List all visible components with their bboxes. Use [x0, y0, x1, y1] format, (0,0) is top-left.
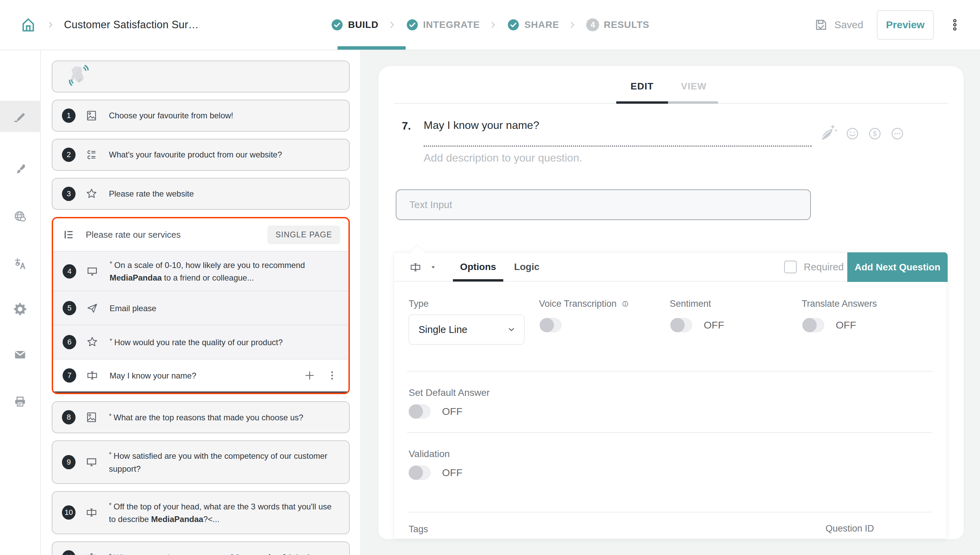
- add-next-question-button[interactable]: Add Next Question: [847, 252, 948, 282]
- question-card-4[interactable]: 4*On a scale of 0-10, how likely are you…: [53, 251, 349, 291]
- tab-view[interactable]: VIEW: [668, 81, 720, 92]
- home-icon[interactable]: [19, 16, 37, 34]
- description-placeholder[interactable]: Add description to your question.: [424, 152, 582, 164]
- monitor-icon: [85, 456, 98, 468]
- type-select[interactable]: Single Line: [409, 314, 524, 345]
- editor-card: EDIT VIEW 7. May I know your name? $ Add…: [378, 66, 964, 539]
- workflow-steps: BUILDINTEGRATESHARE4RESULTS: [331, 0, 650, 50]
- emoji-icon[interactable]: [845, 126, 860, 141]
- sidebar-item-edit[interactable]: [0, 101, 40, 132]
- question-text: *Off the top of your head, what are the …: [109, 500, 340, 525]
- step-check-icon: [406, 18, 419, 31]
- question-card-7[interactable]: 7May I know your name?: [53, 359, 349, 393]
- group-header[interactable]: Please rate our servicesSINGLE PAGE: [53, 218, 349, 251]
- question-card-8[interactable]: 8*What are the top reasons that made you…: [52, 401, 350, 433]
- add-question-icon[interactable]: [303, 369, 316, 382]
- wave-icon: [65, 62, 94, 91]
- required-asterisk: *: [109, 337, 112, 345]
- translate-answers-toggle[interactable]: [802, 318, 824, 332]
- top-bar: Customer Satisfaction Sur… BUILDINTEGRAT…: [0, 0, 980, 50]
- select-caret-icon: [507, 325, 516, 334]
- group-title: Please rate our services: [86, 229, 267, 240]
- question-text: Email please: [109, 302, 336, 314]
- step-build[interactable]: BUILD: [331, 18, 379, 31]
- question-title-input[interactable]: May I know your name?: [424, 119, 539, 132]
- tags-label: Tags: [409, 524, 428, 534]
- step-integrate[interactable]: INTEGRATE: [406, 18, 480, 31]
- question-card-10[interactable]: 10*Off the top of your head, what are th…: [52, 491, 350, 534]
- preview-button[interactable]: Preview: [877, 10, 934, 40]
- question-card-1[interactable]: 1Choose your favourite from below!: [52, 99, 350, 132]
- question-card-9[interactable]: 9*How satisfied are you with the compete…: [52, 440, 350, 484]
- step-separator-icon: [387, 20, 397, 30]
- question-card-3[interactable]: 3Please rate the website: [52, 178, 350, 210]
- validation-toggle[interactable]: [409, 465, 431, 480]
- divider: [407, 432, 933, 433]
- step-label: RESULTS: [604, 19, 649, 30]
- sidebar-item-translate[interactable]: [0, 248, 40, 279]
- question-tools: $: [817, 123, 905, 144]
- monitor-icon: [86, 265, 99, 278]
- title-dotted-underline: [424, 146, 811, 147]
- panel-tab-options[interactable]: Options: [453, 261, 503, 273]
- question-number-badge: 1: [62, 109, 76, 123]
- question-type-caret-icon[interactable]: [429, 263, 437, 271]
- ai-rephrase-icon[interactable]: [817, 123, 838, 144]
- design-icon: [13, 162, 27, 177]
- question-card-5[interactable]: 5Email please: [53, 291, 349, 325]
- survey-title[interactable]: Customer Satisfaction Sur…: [64, 19, 199, 31]
- question-text: *What are the top reasons that made you …: [109, 411, 340, 424]
- sidebar-item-email[interactable]: [0, 339, 40, 371]
- required-checkbox[interactable]: [784, 260, 797, 273]
- question-id-label: Question ID: [826, 523, 874, 534]
- top-bar-actions: Saved Preview: [813, 0, 962, 50]
- image-icon: [85, 109, 98, 122]
- sidebar-item-settings[interactable]: [0, 294, 40, 325]
- sidebar-item-design[interactable]: [0, 154, 40, 185]
- sidebar-item-print[interactable]: [0, 386, 40, 417]
- survey-builder-app: Customer Satisfaction Sur… BUILDINTEGRAT…: [0, 0, 980, 555]
- step-results[interactable]: 4RESULTS: [586, 18, 649, 31]
- divider: [407, 512, 933, 512]
- question-card-6[interactable]: 6*How would you rate the quality of our …: [53, 325, 349, 359]
- question-menu-icon[interactable]: [325, 369, 339, 382]
- question-card-11[interactable]: 11*What prompted you to score an $On a s…: [52, 541, 350, 555]
- set-default-off: OFF: [442, 406, 463, 417]
- question-number-badge: 7: [63, 368, 76, 383]
- question-number-badge: 3: [62, 187, 76, 201]
- voice-transcription-toggle[interactable]: [540, 318, 561, 332]
- translate-off: OFF: [836, 319, 856, 331]
- plane-icon: [86, 302, 99, 314]
- question-number-badge: 2: [62, 148, 76, 162]
- answer-preview-field[interactable]: Text Input: [396, 189, 811, 220]
- print-icon: [13, 394, 27, 409]
- question-card-2[interactable]: 2What's your favourite product from our …: [52, 139, 350, 171]
- edit-icon: [13, 109, 27, 124]
- tab-edit[interactable]: EDIT: [616, 81, 668, 92]
- validation-label: Validation: [409, 449, 450, 459]
- step-separator-icon: [488, 20, 498, 30]
- toggle-knob: [409, 465, 423, 480]
- sidebar-item-globe[interactable]: [0, 201, 40, 232]
- welcome-card[interactable]: [52, 61, 350, 93]
- tab-edit-indicator: [616, 101, 668, 104]
- star-icon: [85, 188, 98, 200]
- step-label: INTEGRATE: [423, 19, 480, 30]
- type-label: Type: [409, 298, 429, 309]
- info-icon[interactable]: [621, 299, 630, 308]
- divider: [407, 371, 933, 372]
- globe-icon: [13, 209, 27, 224]
- answer-placeholder: Text Input: [410, 199, 452, 210]
- textinput-icon: [85, 506, 98, 519]
- question-number: 7.: [402, 120, 411, 132]
- panel-tab-logic[interactable]: Logic: [511, 261, 542, 273]
- set-default-answer-toggle[interactable]: [409, 404, 431, 419]
- currency-icon[interactable]: $: [867, 126, 883, 141]
- question-text: Choose your favourite from below!: [109, 109, 340, 122]
- question-type-icon[interactable]: [409, 261, 422, 274]
- toggle-knob: [670, 318, 684, 332]
- step-share[interactable]: SHARE: [507, 18, 559, 31]
- more-options-icon[interactable]: [890, 126, 905, 141]
- more-menu-button[interactable]: [947, 16, 962, 34]
- sentiment-toggle[interactable]: [670, 318, 692, 332]
